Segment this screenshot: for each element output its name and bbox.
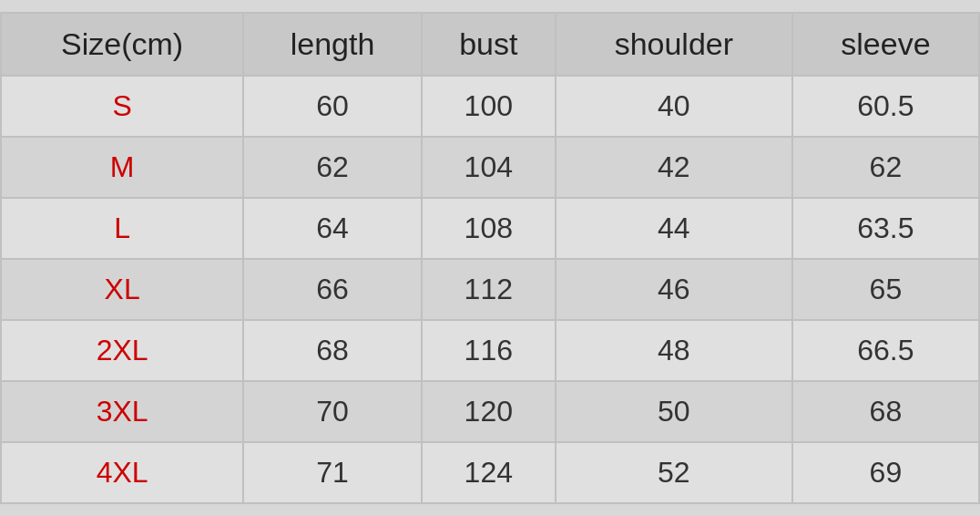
- size-cell: M: [1, 137, 243, 198]
- table-row: M621044262: [1, 137, 979, 198]
- header-size: Size(cm): [1, 13, 243, 76]
- bust-cell: 116: [422, 320, 556, 381]
- header-sleeve: sleeve: [792, 13, 979, 76]
- header-bust: bust: [422, 13, 556, 76]
- size-cell: 3XL: [1, 381, 243, 442]
- header-length: length: [243, 13, 422, 76]
- sleeve-cell: 68: [792, 381, 979, 442]
- size-cell: L: [1, 198, 243, 259]
- size-cell: XL: [1, 259, 243, 320]
- bust-cell: 112: [422, 259, 556, 320]
- table-header-row: Size(cm) length bust shoulder sleeve: [1, 13, 979, 76]
- length-cell: 70: [243, 381, 422, 442]
- table-row: 3XL701205068: [1, 381, 979, 442]
- sleeve-cell: 66.5: [792, 320, 979, 381]
- table-row: S601004060.5: [1, 76, 979, 137]
- length-cell: 71: [243, 442, 422, 503]
- table-row: 4XL711245269: [1, 442, 979, 503]
- sleeve-cell: 60.5: [792, 76, 979, 137]
- length-cell: 62: [243, 137, 422, 198]
- bust-cell: 100: [422, 76, 556, 137]
- size-cell: 2XL: [1, 320, 243, 381]
- shoulder-cell: 44: [556, 198, 792, 259]
- table-row: 2XL681164866.5: [1, 320, 979, 381]
- bust-cell: 120: [422, 381, 556, 442]
- size-chart-table: Size(cm) length bust shoulder sleeve S60…: [0, 12, 980, 504]
- bust-cell: 104: [422, 137, 556, 198]
- size-cell: S: [1, 76, 243, 137]
- shoulder-cell: 48: [556, 320, 792, 381]
- shoulder-cell: 50: [556, 381, 792, 442]
- table-row: XL661124665: [1, 259, 979, 320]
- sleeve-cell: 69: [792, 442, 979, 503]
- length-cell: 66: [243, 259, 422, 320]
- table-row: L641084463.5: [1, 198, 979, 259]
- shoulder-cell: 40: [556, 76, 792, 137]
- shoulder-cell: 42: [556, 137, 792, 198]
- length-cell: 68: [243, 320, 422, 381]
- shoulder-cell: 52: [556, 442, 792, 503]
- bust-cell: 124: [422, 442, 556, 503]
- bust-cell: 108: [422, 198, 556, 259]
- shoulder-cell: 46: [556, 259, 792, 320]
- sleeve-cell: 65: [792, 259, 979, 320]
- length-cell: 60: [243, 76, 422, 137]
- sleeve-cell: 62: [792, 137, 979, 198]
- length-cell: 64: [243, 198, 422, 259]
- header-shoulder: shoulder: [556, 13, 792, 76]
- size-cell: 4XL: [1, 442, 243, 503]
- sleeve-cell: 63.5: [792, 198, 979, 259]
